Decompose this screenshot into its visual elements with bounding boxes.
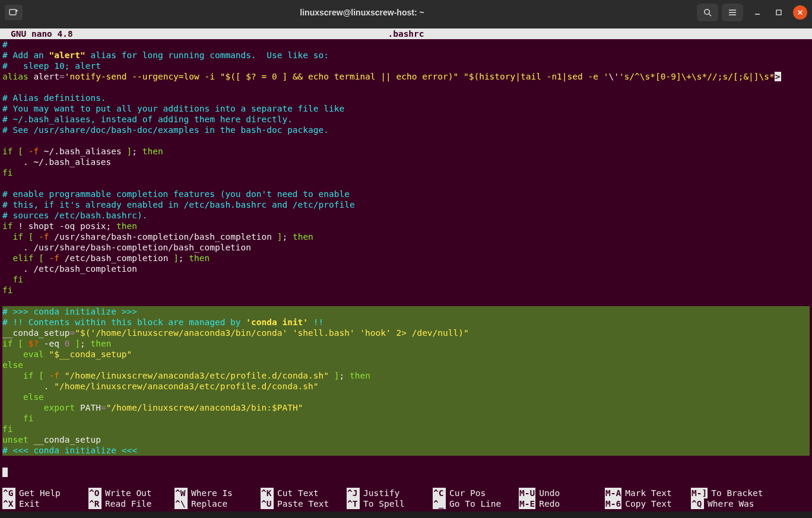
shortcut-label: Mark Text	[625, 488, 672, 498]
code-token: ;	[179, 253, 189, 263]
window-title: linuxscrew@linuxscrew-host: ~	[27, 8, 697, 17]
code-token: -f	[39, 232, 49, 241]
code-token: if	[23, 371, 33, 380]
editor-line[interactable]: # See /usr/share/doc/bash-doc/examples i…	[2, 125, 810, 135]
editor-line[interactable]: # Add an "alert" alias for long running …	[2, 50, 810, 61]
editor-line[interactable]: fi	[2, 413, 810, 424]
code-token	[33, 232, 39, 241]
svg-point-3	[705, 9, 710, 15]
editor-line[interactable]	[2, 178, 810, 189]
editor-line[interactable]	[2, 466, 810, 477]
editor-line[interactable]: fi	[2, 274, 810, 285]
nano-editor-content[interactable]: ## Add an "alert" alias for long running…	[0, 39, 812, 488]
editor-line[interactable]: # ~/.bash_aliases, instead of adding the…	[2, 114, 810, 125]
editor-line[interactable]: # <<< conda initialize <<<	[2, 445, 810, 456]
editor-line[interactable]: elif [ -f /etc/bash_completion ]; then	[2, 253, 810, 263]
code-token: else	[23, 392, 44, 402]
code-token: 'conda init'	[246, 317, 308, 327]
editor-line[interactable]	[2, 135, 810, 146]
editor-line[interactable]: . /usr/share/bash-completion/bash_comple…	[2, 242, 810, 253]
editor-line[interactable]: fi	[2, 424, 810, 434]
editor-line[interactable]: fi	[2, 167, 810, 178]
editor-line[interactable]: alias alert='notify-send --urgency=low -…	[2, 71, 810, 82]
editor-line[interactable]: . "/home/linuxscrew/anaconda3/etc/profil…	[2, 381, 810, 392]
code-token: __conda_setup	[28, 435, 101, 444]
code-token: ;	[132, 147, 142, 156]
shortcut-item: ^RRead File	[88, 498, 175, 509]
editor-line[interactable]: if [ -f "/home/linuxscrew/anaconda3/etc/…	[2, 370, 810, 381]
code-token: # Add an	[2, 50, 49, 60]
shortcut-label: Read File	[105, 498, 152, 509]
code-token: =	[101, 403, 106, 412]
editor-line[interactable]: else	[2, 392, 810, 402]
code-token: # ~/.bash_aliases, instead of adding the…	[2, 115, 293, 124]
editor-line[interactable]	[2, 295, 810, 306]
shortcut-key: ^O	[88, 488, 102, 498]
editor-line[interactable]: if [ -f /usr/share/bash-completion/bash_…	[2, 231, 810, 242]
shortcut-item: ^JJustify	[347, 488, 433, 498]
editor-line[interactable]: # this, if it's already enabled in /etc/…	[2, 199, 810, 210]
shortcut-label: Cur Pos	[449, 488, 486, 498]
editor-line[interactable]	[2, 456, 810, 466]
editor-line[interactable]: eval "$__conda_setup"	[2, 349, 810, 360]
code-token	[2, 349, 23, 359]
editor-line[interactable]: # sources /etc/bash.bashrc).	[2, 210, 810, 221]
shortcut-item: M-6Copy Text	[605, 498, 691, 509]
code-token: # Alias definitions.	[2, 93, 106, 103]
code-token: -f	[28, 147, 39, 156]
shortcut-key: M-E	[519, 498, 535, 509]
code-token: fi	[12, 275, 23, 284]
search-button[interactable]	[697, 4, 718, 21]
svg-line-4	[709, 14, 711, 16]
shortcut-item: ^XExit	[2, 498, 88, 509]
code-token: #	[2, 40, 8, 49]
editor-line[interactable]: # sleep 10; alert	[2, 61, 810, 71]
shortcut-key: ^U	[261, 498, 274, 509]
shortcut-item: ^GGet Help	[2, 488, 88, 498]
editor-line[interactable]: # !! Contents within this block are mana…	[2, 317, 810, 328]
code-token	[2, 403, 44, 412]
editor-line[interactable]	[2, 82, 810, 93]
editor-line[interactable]: unset __conda_setup	[2, 434, 810, 445]
editor-line[interactable]: # >>> conda initialize >>>	[2, 306, 810, 317]
shortcut-item: ^WWhere Is	[175, 488, 261, 498]
editor-line[interactable]: . /etc/bash_completion	[2, 263, 810, 274]
editor-line[interactable]: fi	[2, 285, 810, 295]
maximize-button[interactable]	[772, 5, 786, 20]
code-token: alert	[28, 72, 59, 81]
code-token: \'	[608, 72, 618, 81]
minimize-button[interactable]	[750, 5, 765, 20]
new-tab-button[interactable]	[5, 5, 23, 20]
code-token: =	[70, 328, 75, 338]
code-token: alias for long running commands. Use lik…	[85, 50, 329, 60]
code-token: # See /usr/share/doc/bash-doc/examples i…	[2, 125, 329, 135]
code-token	[44, 253, 49, 263]
menu-button[interactable]	[722, 4, 743, 21]
editor-line[interactable]: . ~/.bash_aliases	[2, 157, 810, 167]
editor-line[interactable]: # You may want to put all your additions…	[2, 103, 810, 114]
editor-line[interactable]: if [ $? -eq 0 ]; then	[2, 338, 810, 349]
hamburger-icon	[728, 8, 737, 17]
code-token: 'notify-send --urgency=low -i "$([ $? = …	[65, 72, 609, 81]
close-button[interactable]	[793, 5, 807, 20]
editor-line[interactable]: # enable programmable completion feature…	[2, 189, 810, 199]
code-token: elif	[12, 253, 33, 263]
editor-line[interactable]: if [ -f ~/.bash_aliases ]; then	[2, 146, 810, 157]
code-token: ! shopt -oq posix;	[12, 221, 116, 231]
code-token: [	[18, 147, 23, 156]
code-token	[12, 339, 18, 348]
code-token: . /usr/share/bash-completion/bash_comple…	[2, 243, 251, 252]
editor-line[interactable]: if ! shopt -oq posix; then	[2, 221, 810, 231]
shortcut-item: M-]To Bracket	[691, 488, 777, 498]
code-token	[2, 414, 23, 423]
code-token: 0	[65, 339, 70, 348]
code-token: /usr/share/bash-completion/bash_completi…	[49, 232, 277, 241]
editor-line[interactable]: __conda_setup="$('/home/linuxscrew/anaco…	[2, 328, 810, 338]
shortcut-label: Write Out	[105, 488, 152, 498]
code-token: alias	[2, 72, 28, 81]
editor-line[interactable]: else	[2, 360, 810, 370]
editor-line[interactable]: export PATH="/home/linuxscrew/anaconda3/…	[2, 402, 810, 413]
code-token: "$('/home/linuxscrew/anaconda3/bin/conda…	[75, 328, 468, 338]
editor-line[interactable]: #	[2, 39, 810, 50]
editor-line[interactable]: # Alias definitions.	[2, 93, 810, 103]
